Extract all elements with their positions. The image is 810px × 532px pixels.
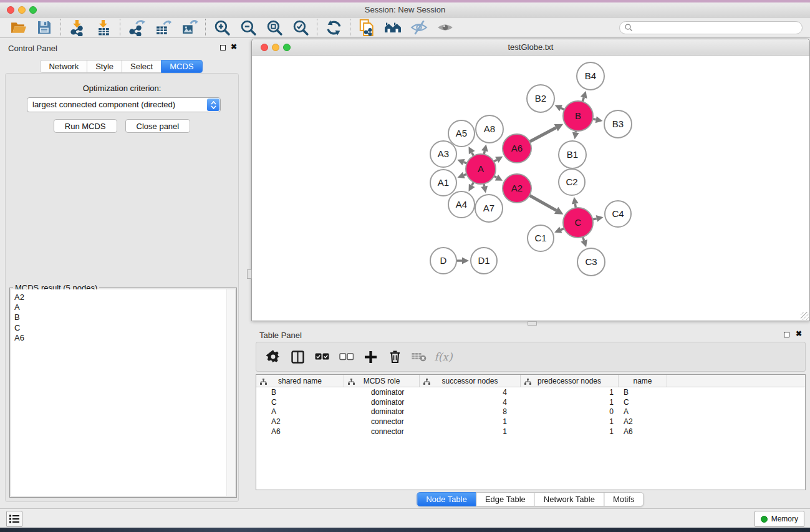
float-panel-icon[interactable] xyxy=(220,45,226,51)
splitpane-vertical-grip[interactable] xyxy=(247,269,252,279)
float-table-panel-icon[interactable] xyxy=(784,332,789,337)
node-A4[interactable]: A4 xyxy=(448,191,475,218)
column-header-MCDS-role[interactable]: MCDS role xyxy=(344,375,420,387)
node-A5[interactable]: A5 xyxy=(448,120,475,147)
node-C4[interactable]: C4 xyxy=(605,201,631,227)
add-row-button[interactable] xyxy=(362,348,379,365)
node-D1[interactable]: D1 xyxy=(471,248,497,274)
close-table-panel-icon[interactable]: ✖ xyxy=(796,329,802,338)
close-network-window-button[interactable] xyxy=(261,44,268,51)
tab-network[interactable]: Network xyxy=(40,60,87,73)
column-header-predecessor-nodes[interactable]: predecessor nodes xyxy=(521,375,619,387)
close-panel-button[interactable]: Close panel xyxy=(125,119,191,133)
function-builder-button[interactable]: f(x) xyxy=(435,348,452,365)
node-D[interactable]: D xyxy=(430,248,456,274)
node-A7[interactable]: A7 xyxy=(475,195,503,222)
zoom-fit-button[interactable] xyxy=(261,17,287,37)
export-table-button[interactable] xyxy=(150,17,176,37)
show-column-button[interactable] xyxy=(289,348,306,365)
export-image-button[interactable] xyxy=(176,17,202,37)
table-row-c[interactable]: Cdominator41C xyxy=(256,397,805,407)
delete-table-button[interactable] xyxy=(410,348,428,365)
result-list-scrollbar[interactable] xyxy=(226,289,235,496)
tab-motifs[interactable]: Motifs xyxy=(604,492,644,506)
table-settings-button[interactable] xyxy=(264,348,282,365)
app-titlebar[interactable]: Session: New Session xyxy=(0,2,810,17)
table-row-a6[interactable]: A6connector11A6 xyxy=(256,427,805,437)
select-all-checks-button[interactable] xyxy=(313,348,330,365)
node-C1[interactable]: C1 xyxy=(528,225,554,251)
node-B4[interactable]: B4 xyxy=(577,62,604,90)
clear-all-checks-button[interactable] xyxy=(337,348,355,365)
import-table-button[interactable] xyxy=(90,17,117,37)
close-panel-icon[interactable]: ✖ xyxy=(231,42,237,51)
node-A6[interactable]: A6 xyxy=(503,134,531,163)
table-type-tabs: Node TableEdge TableNetwork TableMotifs xyxy=(417,492,644,506)
memory-button[interactable]: Memory xyxy=(755,511,804,527)
hide-graphics-details-button[interactable] xyxy=(406,17,432,37)
node-B1[interactable]: B1 xyxy=(559,141,586,168)
node-B[interactable]: B xyxy=(563,101,593,131)
eye-slash-icon xyxy=(410,19,428,36)
node-C2[interactable]: C2 xyxy=(559,169,585,195)
desktop-wallpaper-bottom xyxy=(0,528,810,532)
zoom-network-window-button[interactable] xyxy=(283,44,291,51)
zoom-out-button[interactable] xyxy=(235,17,261,37)
column-header-name[interactable]: name xyxy=(619,375,667,387)
result-item-a[interactable]: A xyxy=(11,302,235,312)
close-window-button[interactable] xyxy=(7,6,14,14)
zoom-selected-button[interactable] xyxy=(287,17,314,37)
window-resize-grip[interactable] xyxy=(801,312,809,320)
search-field[interactable] xyxy=(619,21,803,34)
table-row-a[interactable]: Adominator80A xyxy=(256,407,805,417)
zoom-in-button[interactable] xyxy=(209,17,235,37)
search-input[interactable] xyxy=(633,22,802,33)
node-B3[interactable]: B3 xyxy=(604,110,632,138)
minimize-window-button[interactable] xyxy=(18,6,26,14)
table-row-b[interactable]: Bdominator41B xyxy=(256,387,805,397)
network-window-titlebar[interactable]: testGlobe.txt xyxy=(252,39,809,56)
open-session-button[interactable] xyxy=(5,17,31,37)
tab-mcds[interactable]: MCDS xyxy=(161,60,202,73)
zoom-window-button[interactable] xyxy=(29,6,37,14)
node-C[interactable]: C xyxy=(563,208,593,238)
criterion-dropdown-value: largest connected component (directed) xyxy=(27,98,206,112)
column-header-successor-nodes[interactable]: successor nodes xyxy=(420,375,521,387)
delete-row-button[interactable] xyxy=(386,348,403,365)
node-A[interactable]: A xyxy=(466,154,496,184)
minimize-network-window-button[interactable] xyxy=(272,44,279,51)
dropdown-stepper-icon[interactable] xyxy=(207,99,219,111)
node-A3[interactable]: A3 xyxy=(430,141,456,167)
node-C3[interactable]: C3 xyxy=(577,248,605,276)
save-session-button[interactable] xyxy=(31,17,57,37)
criterion-dropdown[interactable]: largest connected component (directed) xyxy=(27,97,221,112)
cell: 1 xyxy=(420,427,521,436)
tab-edge-table[interactable]: Edge Table xyxy=(476,492,535,506)
result-item-c[interactable]: C xyxy=(11,323,235,333)
show-graphics-details-button[interactable] xyxy=(432,17,458,37)
tab-style[interactable]: Style xyxy=(87,60,122,73)
table-row-a2[interactable]: A2connector11A2 xyxy=(256,417,805,427)
tab-select[interactable]: Select xyxy=(122,60,162,73)
node-A2[interactable]: A2 xyxy=(503,174,531,203)
import-network-button[interactable] xyxy=(64,17,90,37)
run-mcds-button[interactable]: Run MCDS xyxy=(54,119,117,133)
column-tree-icon xyxy=(348,378,355,387)
result-item-b[interactable]: B xyxy=(11,312,235,322)
export-network-button[interactable] xyxy=(123,17,150,37)
apply-layout-button[interactable] xyxy=(321,17,347,37)
node-A1[interactable]: A1 xyxy=(430,170,456,196)
optimization-criterion-label: Optimization criterion: xyxy=(6,84,238,93)
tab-node-table[interactable]: Node Table xyxy=(417,492,476,506)
node-B2[interactable]: B2 xyxy=(527,85,554,112)
column-header-shared-name[interactable]: shared name xyxy=(256,375,344,387)
result-item-a2[interactable]: A2 xyxy=(11,293,235,302)
result-item-a6[interactable]: A6 xyxy=(11,333,235,343)
tab-network-table[interactable]: Network Table xyxy=(534,492,604,506)
network-canvas[interactable]: AA1A2A3A4A5A6A7A8BB1B2B3B4CC1C2C3C4DD1 xyxy=(252,56,809,321)
cell: A xyxy=(619,407,667,416)
task-history-button[interactable] xyxy=(6,511,22,527)
home-button[interactable] xyxy=(380,17,406,37)
node-A8[interactable]: A8 xyxy=(476,115,503,143)
import-public-databases-button[interactable] xyxy=(354,17,380,37)
